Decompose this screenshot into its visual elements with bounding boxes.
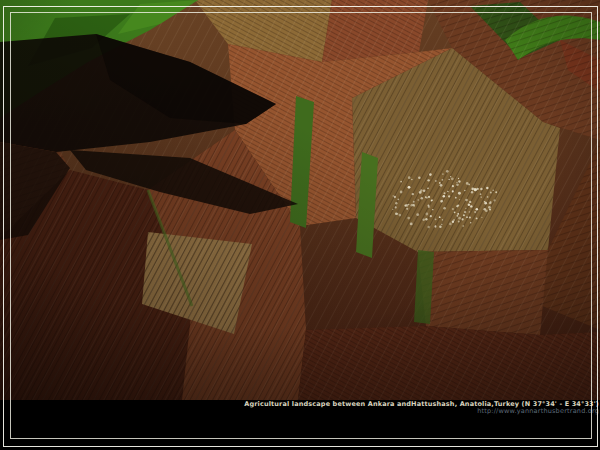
wallpaper-stage: Agricultural landscape between Ankara an… (0, 0, 600, 450)
frame-inner-line (10, 12, 592, 439)
